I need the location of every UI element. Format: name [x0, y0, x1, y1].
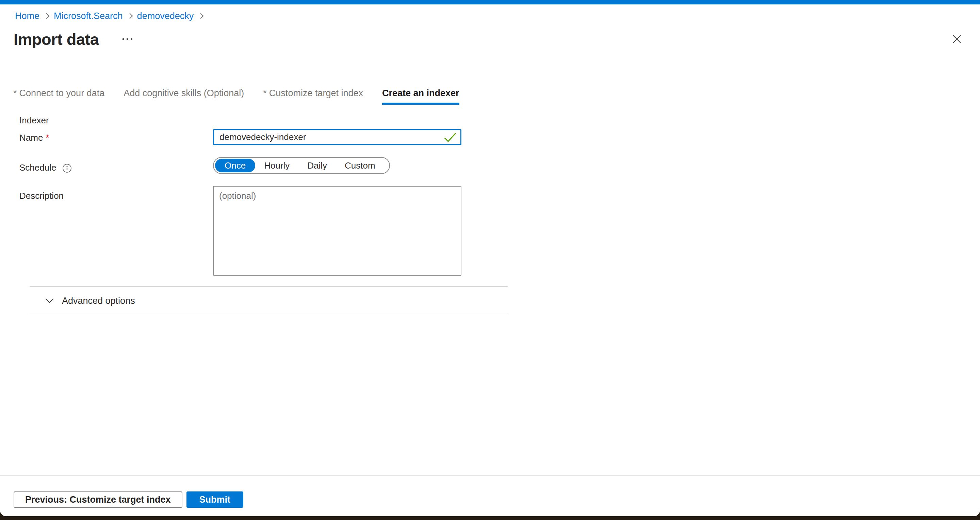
info-icon[interactable]	[62, 163, 72, 173]
breadcrumb-link-demovedecky[interactable]: demovedecky	[137, 11, 194, 21]
previous-button[interactable]: Previous: Customize target index	[14, 491, 182, 508]
section-divider	[30, 313, 508, 313]
wizard-tabs: *Connect to your data Add cognitive skil…	[13, 88, 980, 105]
tab-add-cognitive-skills[interactable]: Add cognitive skills (Optional)	[124, 88, 244, 105]
tab-label: Create an indexer	[382, 88, 460, 98]
ellipsis-horizontal-icon	[127, 38, 128, 40]
tab-customize-target-index[interactable]: *Customize target index	[263, 88, 363, 105]
schedule-field-row: Schedule Once Hourly Daily Custom	[19, 157, 980, 174]
section-divider	[30, 286, 508, 287]
section-label-indexer: Indexer	[19, 115, 980, 125]
advanced-options-toggle[interactable]: Advanced options	[45, 295, 980, 306]
label-text: Name	[19, 133, 43, 143]
accent-topbar	[0, 0, 980, 5]
schedule-field-label: Schedule	[19, 157, 213, 174]
ellipsis-horizontal-icon	[123, 38, 124, 40]
tab-label: Connect to your data	[19, 88, 105, 98]
schedule-option-hourly[interactable]: Hourly	[255, 159, 298, 172]
schedule-option-custom[interactable]: Custom	[336, 159, 384, 172]
label-text: Schedule	[19, 162, 56, 173]
close-icon	[951, 34, 962, 44]
ellipsis-horizontal-icon	[130, 38, 132, 40]
breadcrumb-link-microsoft-search[interactable]: Microsoft.Search	[54, 11, 123, 21]
name-field-label: Name *	[19, 129, 213, 145]
footer-divider	[0, 475, 980, 476]
page-title: Import data	[14, 30, 99, 49]
breadcrumb: Home Microsoft.Search demovedecky	[15, 11, 980, 21]
required-marker: *	[13, 88, 17, 98]
tab-connect-to-your-data[interactable]: *Connect to your data	[13, 88, 105, 105]
name-input-wrapper	[213, 129, 461, 145]
schedule-option-daily[interactable]: Daily	[298, 159, 336, 172]
tab-label: Add cognitive skills (Optional)	[124, 88, 244, 98]
desktop-background: Home Microsoft.Search demovedecky Import…	[0, 0, 980, 520]
description-field-label: Description	[19, 186, 213, 276]
checkmark-icon	[444, 132, 457, 143]
required-marker: *	[46, 133, 49, 143]
tab-create-an-indexer[interactable]: Create an indexer	[382, 88, 460, 105]
more-options-button[interactable]	[121, 35, 134, 43]
chevron-right-icon	[127, 13, 133, 19]
page-header: Import data	[14, 30, 980, 48]
description-field-row: Description	[19, 186, 980, 276]
name-field-row: Name *	[19, 129, 980, 145]
footer-actions: Previous: Customize target index Submit	[14, 491, 243, 508]
schedule-segmented-control: Once Hourly Daily Custom	[213, 157, 390, 174]
schedule-option-once[interactable]: Once	[215, 159, 255, 172]
breadcrumb-link-home[interactable]: Home	[15, 11, 40, 21]
chevron-right-icon	[198, 13, 204, 19]
advanced-options-label: Advanced options	[62, 296, 135, 306]
close-button[interactable]	[951, 33, 963, 45]
indexer-form: Indexer Name * Schedule	[19, 115, 980, 313]
required-marker: *	[263, 88, 267, 98]
tab-label: Customize target index	[269, 88, 363, 98]
label-text: Description	[19, 191, 64, 201]
chevron-right-icon	[44, 13, 50, 19]
chevron-down-icon	[45, 298, 54, 303]
description-textarea[interactable]	[213, 186, 461, 276]
import-data-panel: Home Microsoft.Search demovedecky Import…	[0, 0, 980, 516]
indexer-name-input[interactable]	[213, 129, 461, 145]
submit-button[interactable]: Submit	[186, 491, 243, 508]
